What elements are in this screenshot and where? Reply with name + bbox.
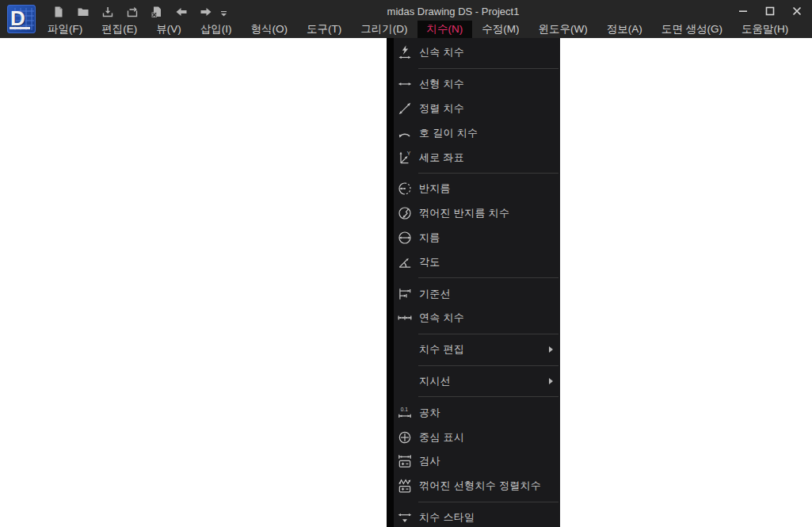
export-image-icon	[151, 6, 163, 18]
menu-item-label: 중심 표시	[419, 430, 464, 445]
title-and-menu-bar: D	[0, 0, 812, 38]
menu-item-diameter-dimension[interactable]: 지름	[394, 226, 560, 250]
menu-separator	[418, 277, 558, 278]
diameter-dimension-icon	[396, 230, 414, 246]
menu-item-quick-dimension[interactable]: 신속 치수	[394, 40, 560, 65]
svg-text:Y: Y	[407, 151, 411, 156]
toolbar-overflow-icon	[220, 11, 227, 17]
forward-button[interactable]	[193, 3, 218, 21]
menubar-item-window[interactable]: 윈도우(W)	[529, 21, 597, 38]
quick-access-toolbar	[46, 2, 229, 21]
menu-separator	[418, 365, 558, 366]
menubar-item-edit[interactable]: 편집(E)	[92, 21, 147, 38]
menu-separator	[418, 68, 558, 69]
menu-item-linear-dimension[interactable]: 선형 치수	[394, 72, 560, 97]
submenu-arrow-icon	[549, 346, 553, 353]
menubar-item-draw[interactable]: 그리기(D)	[351, 21, 417, 38]
back-button[interactable]	[169, 3, 193, 21]
menu-item-label: 세로 좌표	[419, 151, 464, 165]
save-as-button[interactable]	[120, 3, 144, 21]
maximize-icon	[765, 6, 775, 16]
forward-arrow-icon	[200, 6, 212, 18]
open-folder-icon	[77, 6, 90, 18]
open-folder-button[interactable]	[71, 3, 95, 21]
jogged-linear-aligned-icon	[396, 478, 414, 494]
ordinate-dimension-icon: Y	[396, 150, 414, 166]
radius-dimension-icon	[396, 181, 414, 197]
close-icon	[792, 6, 802, 16]
menu-item-label: 호 길이 치수	[419, 126, 478, 140]
export-image-button[interactable]	[144, 3, 169, 21]
menu-item-inspection[interactable]: 검사	[394, 449, 560, 474]
menu-item-label: 치수 스타일	[419, 510, 475, 525]
menu-separator	[418, 173, 558, 174]
menu-item-jogged-radius-dimension[interactable]: 꺾어진 반지름 치수	[394, 201, 560, 226]
new-document-button[interactable]	[46, 3, 71, 21]
menubar-item-drawing-generation[interactable]: 도면 생성(G)	[652, 21, 732, 38]
menu-item-label: 신속 치수	[419, 45, 464, 59]
minimize-button[interactable]	[730, 0, 757, 22]
menu-item-label: 각도	[419, 255, 440, 269]
menubar-item-view[interactable]: 뷰(V)	[147, 21, 191, 38]
menu-item-label: 지시선	[419, 374, 451, 388]
center-mark-icon	[396, 430, 414, 445]
menubar: 파일(F) 편집(E) 뷰(V) 삽입(I) 형식(O) 도구(T) 그리기(D…	[38, 21, 798, 38]
menu-separator	[418, 396, 558, 397]
menubar-item-file[interactable]: 파일(F)	[38, 21, 92, 38]
menubar-item-format[interactable]: 형식(O)	[242, 21, 298, 38]
menu-item-dimension-style[interactable]: 치수 스타일	[394, 506, 560, 527]
menu-item-leader[interactable]: 지시선	[394, 369, 560, 394]
menu-item-label: 꺾어진 선형치수 정렬치수	[419, 479, 541, 493]
toolbar-overflow-button[interactable]	[218, 5, 229, 19]
menu-item-label: 꺾어진 반지름 치수	[419, 206, 509, 220]
menu-item-label: 검사	[419, 454, 440, 468]
menu-item-label: 기준선	[419, 287, 451, 301]
dimension-dropdown-menu: 신속 치수 선형 치수 정렬 치수	[387, 38, 560, 527]
menu-item-arc-length-dimension[interactable]: 호 길이 치수	[394, 120, 560, 145]
app-logo-icon[interactable]: D	[7, 5, 36, 33]
menu-item-jogged-linear-aligned[interactable]: 꺾어진 선형치수 정렬치수	[394, 474, 560, 498]
maximize-button[interactable]	[757, 0, 783, 22]
arc-length-dimension-icon	[396, 125, 414, 141]
save-button[interactable]	[95, 3, 120, 21]
menu-item-aligned-dimension[interactable]: 정렬 치수	[394, 97, 560, 121]
close-button[interactable]	[783, 0, 810, 22]
menu-item-center-mark[interactable]: 중심 표시	[394, 425, 560, 449]
jogged-radius-dimension-icon	[396, 205, 414, 221]
menubar-item-modify[interactable]: 수정(M)	[472, 21, 528, 38]
menu-item-radius-dimension[interactable]: 반지름	[394, 177, 560, 201]
linear-dimension-icon	[396, 76, 414, 92]
menu-item-baseline-dimension[interactable]: 기준선	[394, 281, 560, 306]
menu-item-label: 연속 치수	[419, 311, 464, 325]
menubar-item-help[interactable]: 도움말(H)	[732, 21, 798, 38]
menubar-item-tools[interactable]: 도구(T)	[297, 21, 351, 38]
minimize-icon	[738, 6, 748, 16]
menubar-item-info[interactable]: 정보(A)	[597, 21, 652, 38]
menu-item-tolerance[interactable]: 0.1 공차	[394, 400, 560, 425]
continue-dimension-icon	[396, 310, 414, 326]
menu-item-label: 지름	[419, 231, 440, 245]
menu-item-label: 선형 치수	[419, 77, 464, 91]
menu-item-continue-dimension[interactable]: 연속 치수	[394, 306, 560, 330]
dimension-style-icon	[396, 510, 414, 525]
menu-item-ordinate-dimension[interactable]: Y 세로 좌표	[394, 145, 560, 170]
window-controls	[730, 0, 810, 22]
angle-dimension-icon	[396, 254, 414, 270]
tolerance-icon: 0.1	[396, 405, 414, 421]
save-as-icon	[126, 6, 139, 18]
save-icon	[101, 6, 114, 18]
aligned-dimension-icon	[396, 101, 414, 116]
menu-separator	[418, 502, 558, 502]
window-title: midas Drawing DS - Project1	[387, 6, 520, 17]
menu-item-label: 정렬 치수	[419, 101, 464, 116]
submenu-arrow-icon	[549, 378, 553, 384]
new-document-icon	[52, 6, 65, 18]
inspection-icon	[396, 453, 414, 469]
menubar-item-insert[interactable]: 삽입(I)	[191, 21, 242, 38]
svg-text:0.1: 0.1	[401, 406, 409, 411]
menubar-item-dimension[interactable]: 치수(N)	[417, 21, 473, 38]
menu-item-label: 공차	[419, 406, 440, 420]
menu-item-dimension-edit[interactable]: 치수 편집	[394, 338, 560, 362]
menu-item-angle-dimension[interactable]: 각도	[394, 250, 560, 274]
back-arrow-icon	[175, 6, 188, 18]
